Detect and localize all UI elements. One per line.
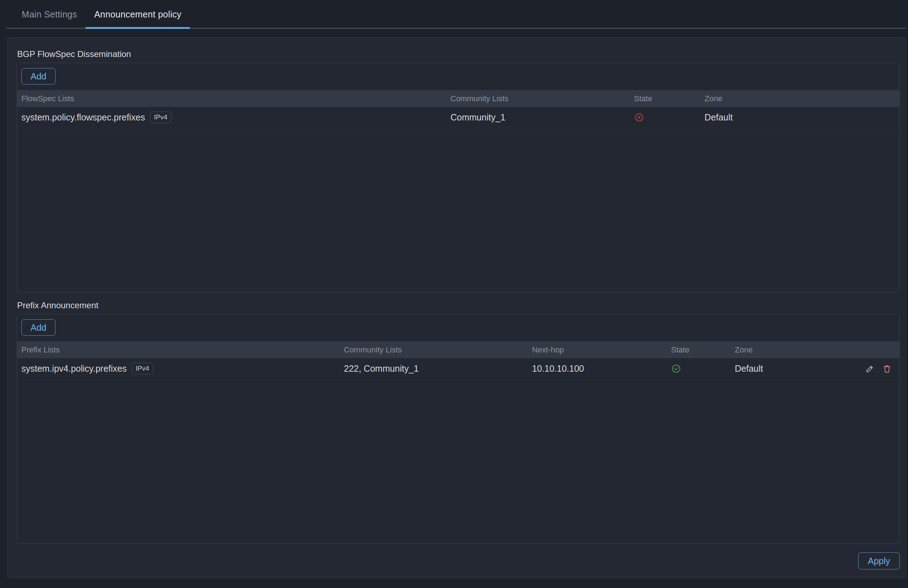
ipv4-badge: IPv4 [150, 111, 171, 124]
prefix-table-row[interactable]: system.ipv4.policy.prefixes IPv4 222, Co… [17, 358, 900, 380]
state-error-circle-x-icon [634, 113, 644, 122]
prefix-table-header: Prefix Lists Community Lists Next-hop St… [17, 342, 900, 358]
flowspec-col-lists: FlowSpec Lists [17, 94, 451, 103]
flowspec-section-title: BGP FlowSpec Dissemination [17, 49, 900, 59]
tab-announcement-policy[interactable]: Announcement policy [85, 0, 190, 29]
flowspec-table-row[interactable]: system.policy.flowspec.prefixes IPv4 Com… [17, 107, 900, 128]
tab-main-settings-label: Main Settings [22, 9, 77, 19]
tab-main-settings[interactable]: Main Settings [13, 0, 85, 29]
prefix-col-zone: Zone [735, 345, 900, 354]
prefix-row-nexthop: 10.10.10.100 [532, 364, 671, 374]
prefix-section-title: Prefix Announcement [17, 300, 900, 310]
ipv4-badge: IPv4 [132, 363, 153, 375]
flowspec-list-name: system.policy.flowspec.prefixes [21, 112, 145, 122]
prefix-col-community: Community Lists [344, 345, 532, 354]
flowspec-col-state: State [634, 94, 705, 103]
announcement-policy-panel: BGP FlowSpec Dissemination Add FlowSpec … [7, 37, 906, 578]
flowspec-row-name-cell: system.policy.flowspec.prefixes IPv4 [17, 111, 451, 124]
tab-announcement-policy-label: Announcement policy [94, 9, 181, 19]
flowspec-section-panel: Add FlowSpec Lists Community Lists State… [17, 63, 900, 293]
prefix-col-state: State [671, 345, 735, 354]
prefix-col-lists: Prefix Lists [17, 345, 344, 354]
prefix-section-panel: Add Prefix Lists Community Lists Next-ho… [17, 314, 900, 544]
prefix-row-community: 222, Community_1 [344, 364, 532, 374]
tab-bar: Main Settings Announcement policy [0, 0, 908, 29]
prefix-row-state-cell [671, 364, 735, 374]
prefix-col-nexthop: Next-hop [532, 345, 671, 354]
apply-button[interactable]: Apply [858, 553, 900, 569]
flowspec-row-state-cell [634, 113, 705, 122]
apply-row: Apply [17, 553, 900, 569]
prefix-add-button[interactable]: Add [21, 319, 56, 336]
prefix-row-zone: Default [735, 364, 763, 374]
prefix-row-name-cell: system.ipv4.policy.prefixes IPv4 [17, 363, 344, 375]
flowspec-row-zone: Default [705, 112, 900, 122]
edit-pencil-icon[interactable] [865, 364, 874, 374]
delete-trash-icon[interactable] [882, 364, 892, 374]
flowspec-table-header: FlowSpec Lists Community Lists State Zon… [17, 90, 900, 107]
flowspec-add-button[interactable]: Add [21, 68, 56, 84]
prefix-list-name: system.ipv4.policy.prefixes [21, 364, 127, 374]
prefix-row-zone-actions-cell: Default [735, 364, 900, 374]
flowspec-col-zone: Zone [705, 94, 900, 103]
flowspec-row-community: Community_1 [451, 112, 634, 122]
prefix-row-actions [865, 364, 892, 374]
flowspec-col-community: Community Lists [451, 94, 634, 103]
state-ok-circle-check-icon [671, 364, 681, 374]
